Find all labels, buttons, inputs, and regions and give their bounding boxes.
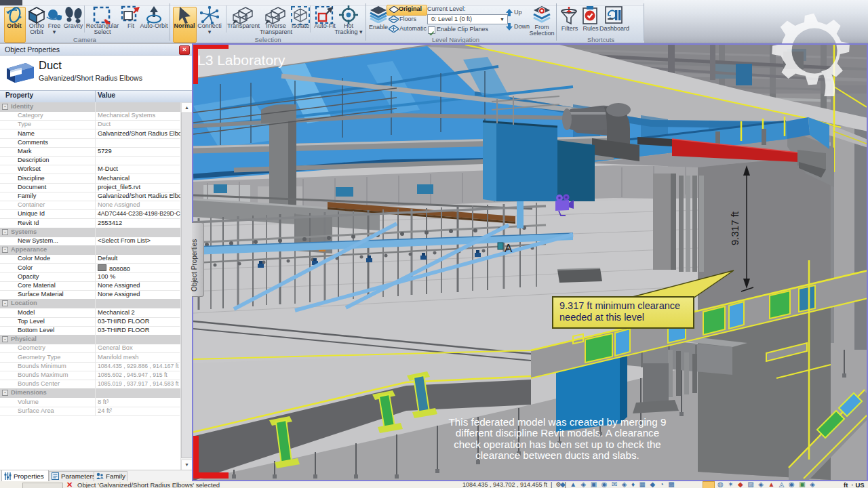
svg-text:9.317 ft minimum clearance: 9.317 ft minimum clearance [559,300,680,311]
svg-text:L3 Laboratory: L3 Laboratory [197,52,285,68]
svg-text:A: A [505,242,513,255]
svg-text:needed at this level: needed at this level [559,312,644,323]
svg-text:This federated model was creat: This federated model was created by merg… [449,416,667,428]
svg-text:clearance between ducts and sl: clearance between ducts and slabs. [475,449,639,461]
svg-text:9.317 ft: 9.317 ft [729,211,741,245]
svg-text:check operation has been set u: check operation has been set up to check… [454,439,661,450]
svg-text:different discipline Revit mod: different discipline Revit models. A cle… [456,427,659,439]
